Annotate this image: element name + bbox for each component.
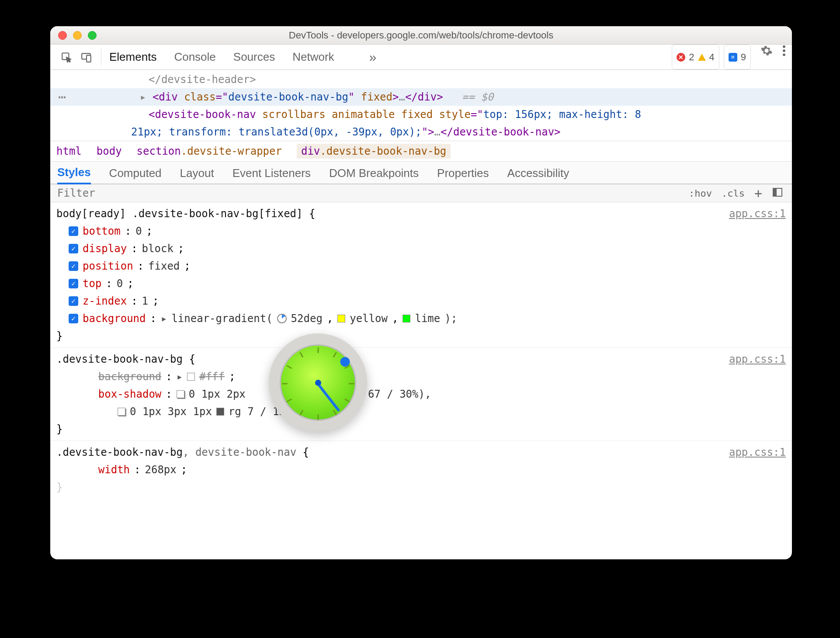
svg-rect-7 xyxy=(773,188,776,196)
angle-swatch-icon[interactable] xyxy=(277,314,287,323)
elements-tree[interactable]: </devsite-header> ⋯ ▸ <div class="devsit… xyxy=(50,70,792,141)
more-options-icon[interactable] xyxy=(782,45,786,69)
styles-subtabs: Styles Computed Layout Event Listeners D… xyxy=(50,162,792,184)
settings-icon[interactable] xyxy=(760,45,773,69)
source-link[interactable]: app.css:1 xyxy=(729,350,786,368)
style-rule: app.css:1 body[ready] .devsite-book-nav-… xyxy=(50,202,792,348)
filter-row: :hov .cls + xyxy=(50,184,792,202)
color-swatch-icon[interactable] xyxy=(216,408,224,416)
subtab-styles[interactable]: Styles xyxy=(57,166,91,184)
issues-icon: ≡ xyxy=(729,53,737,62)
svg-point-3 xyxy=(783,45,785,48)
shadow-swatch-icon[interactable] xyxy=(118,408,125,416)
breadcrumb-item: html xyxy=(56,145,82,157)
tab-network[interactable]: Network xyxy=(292,50,334,64)
color-swatch-icon[interactable] xyxy=(403,315,410,322)
color-swatch-icon[interactable] xyxy=(187,373,195,381)
main-tabs: Elements Console Sources Network » xyxy=(109,45,376,69)
checkbox-icon[interactable] xyxy=(69,261,78,271)
subtab-properties[interactable]: Properties xyxy=(437,166,489,184)
tree-row: <devsite-book-nav scrollbars animatable … xyxy=(50,106,792,123)
tab-sources[interactable]: Sources xyxy=(233,50,275,64)
breadcrumb-item: section.devsite-wrapper xyxy=(137,145,282,157)
styles-filter-input[interactable] xyxy=(50,184,680,202)
breadcrumb-item-active: div.devsite-book-nav-bg xyxy=(297,144,451,159)
svg-point-5 xyxy=(783,53,785,56)
titlebar: DevTools - developers.google.com/web/too… xyxy=(50,26,792,45)
source-link[interactable]: app.css:1 xyxy=(729,444,786,461)
tabs-overflow-icon[interactable]: » xyxy=(369,50,377,65)
style-rule: app.css:1 .devsite-book-nav-bg { backgro… xyxy=(50,348,792,441)
error-icon: ✕ xyxy=(677,53,685,62)
overflow-icon[interactable]: ⋯ xyxy=(58,88,66,106)
issues-pill[interactable]: ≡9 xyxy=(724,45,751,69)
tree-row: 21px; transform: translate3d(0px, -39px,… xyxy=(50,123,792,141)
checkbox-icon[interactable] xyxy=(69,296,78,306)
subtab-computed[interactable]: Computed xyxy=(109,166,162,184)
tree-row-selected: ⋯ ▸ <div class="devsite-book-nav-bg" fix… xyxy=(50,88,792,106)
tab-console[interactable]: Console xyxy=(174,50,215,64)
svg-point-4 xyxy=(783,49,785,52)
angle-clock-popover[interactable] xyxy=(269,333,367,432)
new-style-rule-icon[interactable]: + xyxy=(754,186,762,201)
shadow-swatch-icon[interactable] xyxy=(177,390,184,398)
style-rules: app.css:1 body[ready] .devsite-book-nav-… xyxy=(50,202,792,499)
angle-clock-face xyxy=(280,344,356,421)
warning-icon xyxy=(698,54,706,61)
subtab-dom-breakpoints[interactable]: DOM Breakpoints xyxy=(329,166,419,184)
color-swatch-icon[interactable] xyxy=(337,315,345,322)
tab-elements[interactable]: Elements xyxy=(109,50,156,64)
source-link[interactable]: app.css:1 xyxy=(729,205,786,222)
checkbox-icon[interactable] xyxy=(69,244,78,253)
checkbox-icon[interactable] xyxy=(69,226,78,236)
tree-row: </devsite-header> xyxy=(50,71,792,88)
cls-toggle[interactable]: .cls xyxy=(722,188,745,199)
device-toggle-icon[interactable] xyxy=(76,45,97,69)
toggle-sidebar-icon[interactable] xyxy=(772,187,783,200)
svg-rect-2 xyxy=(87,55,91,62)
subtab-layout[interactable]: Layout xyxy=(180,166,214,184)
breadcrumb[interactable]: html body section.devsite-wrapper div.de… xyxy=(50,141,792,162)
checkbox-icon[interactable] xyxy=(69,314,78,323)
expand-icon[interactable]: ▸ xyxy=(161,310,167,327)
window-title: DevTools - developers.google.com/web/too… xyxy=(50,30,792,41)
hov-toggle[interactable]: :hov xyxy=(689,188,712,199)
subtab-accessibility[interactable]: Accessibility xyxy=(507,166,569,184)
inspect-icon[interactable] xyxy=(56,45,76,69)
subtab-event-listeners[interactable]: Event Listeners xyxy=(233,166,311,184)
style-rule: app.css:1 .devsite-book-nav-bg, devsite-… xyxy=(50,441,792,499)
console-errors-pill[interactable]: ✕2 4 xyxy=(672,45,719,69)
checkbox-icon[interactable] xyxy=(69,279,78,288)
main-toolbar: Elements Console Sources Network » ✕2 4 … xyxy=(50,45,792,70)
devtools-window: DevTools - developers.google.com/web/too… xyxy=(50,26,792,559)
breadcrumb-item: body xyxy=(97,145,122,157)
